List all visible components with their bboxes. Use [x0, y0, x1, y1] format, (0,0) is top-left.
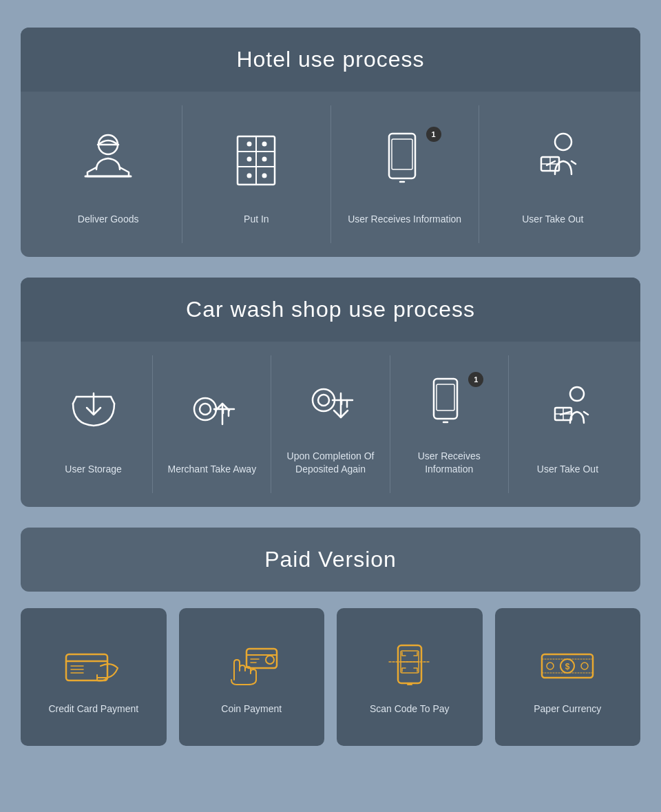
payment-paper-currency-label: Paper Currency [534, 702, 601, 716]
paid-section: Paid Version Credit Card Payment [21, 528, 640, 746]
carwash-item-deposited: Upon Completion Of Deposited Again [271, 355, 390, 493]
payment-credit-card-label: Credit Card Payment [48, 702, 138, 716]
coin-icon [220, 642, 282, 690]
carwash-item-take-out-label: User Take Out [537, 463, 598, 477]
paid-header: Paid Version [21, 528, 640, 592]
carwash-item-storage-label: User Storage [65, 463, 121, 477]
svg-point-63 [547, 663, 554, 669]
svg-rect-44 [66, 654, 107, 680]
svg-point-31 [313, 389, 335, 411]
carwash-item-storage: User Storage [34, 355, 153, 493]
svg-rect-13 [389, 134, 415, 178]
svg-point-8 [248, 158, 251, 161]
carwash-item-deposited-label: Upon Completion Of Deposited Again [278, 450, 382, 477]
carwash-item-merchant-label: Merchant Take Away [167, 463, 256, 477]
scan-icon [379, 642, 441, 690]
payment-coin: Coin Payment [179, 608, 325, 746]
hotel-section: Hotel use process Delive [21, 28, 640, 257]
carwash-receives-info-icon: 1 [397, 369, 501, 439]
payment-scan: Scan Code To Pay [337, 608, 483, 746]
svg-point-12 [263, 174, 266, 178]
deliver-goods-icon [41, 119, 175, 202]
svg-point-9 [248, 174, 251, 178]
user-storage-icon [41, 369, 145, 452]
credit-card-icon [63, 642, 125, 690]
svg-line-21 [73, 397, 76, 404]
payment-credit-card: Credit Card Payment [21, 608, 167, 746]
svg-point-25 [194, 398, 216, 420]
hotel-item-receives-info-label: User Receives Information [348, 213, 461, 227]
svg-point-64 [581, 663, 588, 669]
carwash-header: Car wash shop use process [21, 278, 640, 342]
carwash-item-take-out: User Take Out [509, 355, 627, 493]
carwash-icon-grid: User Storage Merchant Take Away [21, 342, 640, 507]
hotel-item-take-out: User Take Out [479, 105, 627, 243]
hotel-item-put-in-label: Put In [244, 213, 269, 227]
hotel-header: Hotel use process [21, 28, 640, 92]
take-out-icon [486, 119, 620, 202]
hotel-title: Hotel use process [34, 47, 627, 72]
hotel-item-receives-info: 1 User Receives Information [331, 105, 479, 243]
svg-point-7 [248, 143, 251, 146]
put-in-icon [189, 119, 323, 202]
svg-rect-38 [437, 384, 454, 410]
svg-text:$: $ [565, 662, 570, 672]
carwash-title: Car wash shop use process [34, 297, 627, 322]
carwash-section: Car wash shop use process User Storage [21, 278, 640, 507]
hotel-item-deliver-goods-label: Deliver Goods [78, 213, 139, 227]
deposited-again-icon [278, 369, 382, 439]
svg-point-17 [555, 134, 571, 150]
hotel-item-deliver-goods: Deliver Goods [34, 105, 182, 243]
carwash-item-receives-info-label: User Receives Information [397, 450, 501, 477]
svg-point-10 [263, 143, 266, 146]
svg-rect-14 [392, 139, 412, 169]
payment-scan-label: Scan Code To Pay [370, 702, 450, 716]
payment-grid: Credit Card Payment [21, 608, 640, 746]
receives-info-icon: 1 [338, 119, 472, 202]
payment-coin-label: Coin Payment [221, 702, 282, 716]
svg-point-26 [200, 404, 211, 415]
carwash-take-out-icon [516, 369, 620, 452]
carwash-item-merchant: Merchant Take Away [153, 355, 271, 493]
hotel-item-put-in: Put In [182, 105, 330, 243]
svg-line-22 [111, 397, 114, 404]
merchant-take-away-icon [160, 369, 264, 452]
svg-rect-49 [246, 649, 277, 668]
payment-paper-currency: $ Paper Currency [495, 608, 641, 746]
paper-currency-icon: $ [536, 642, 598, 690]
paid-title: Paid Version [34, 547, 627, 572]
svg-point-11 [263, 158, 266, 161]
svg-point-32 [318, 395, 329, 406]
svg-point-40 [570, 387, 584, 401]
hotel-item-take-out-label: User Take Out [522, 213, 583, 227]
svg-point-53 [266, 656, 274, 664]
carwash-item-receives-info: 1 User Receives Information [390, 355, 509, 493]
hotel-icon-grid: Deliver Goods [21, 92, 640, 257]
